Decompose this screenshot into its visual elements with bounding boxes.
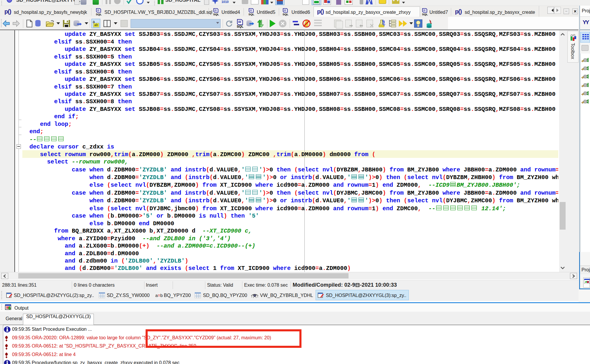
svg-text:SQL: SQL	[96, 13, 102, 16]
svg-text:SQL: SQL	[213, 13, 219, 16]
svg-text:SQL: SQL	[283, 13, 289, 16]
svg-text:SQL: SQL	[422, 13, 428, 16]
svg-text:SQL: SQL	[249, 13, 254, 16]
svg-text:SQL: SQL	[237, 25, 244, 28]
